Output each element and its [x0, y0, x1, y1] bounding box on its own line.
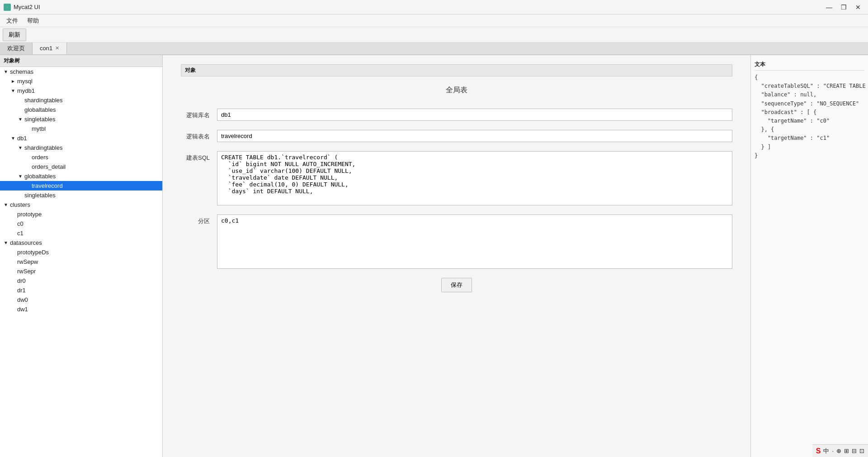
- tab-con1-label: con1: [40, 45, 52, 52]
- partition-textarea[interactable]: c0,c1: [217, 214, 732, 269]
- create-sql-label: 建表SQL: [181, 151, 217, 162]
- tab-welcome[interactable]: 欢迎页: [0, 43, 33, 54]
- tree-item-rwSepw[interactable]: rwSepw: [0, 257, 162, 267]
- tree-label-dr0: dr0: [17, 277, 26, 284]
- taskbar: S 中 · ⊕ ⊞ ⊟ ⊡: [812, 444, 868, 457]
- tree-item-shardingtables-mydb1[interactable]: shardingtables: [0, 95, 162, 105]
- tree-item-dw0[interactable]: dw0: [0, 295, 162, 305]
- tree-item-globaltables-db1[interactable]: ▼ globaltables: [0, 171, 162, 181]
- tree-item-globaltables-mydb1[interactable]: globaltables: [0, 105, 162, 114]
- taskbar-icon2[interactable]: ⊞: [844, 447, 849, 454]
- tree-label-db1: db1: [17, 135, 27, 142]
- partition-label: 分区: [181, 214, 217, 225]
- tree-item-dr1[interactable]: dr1: [0, 286, 162, 295]
- tree-item-shardingtables-db1[interactable]: ▼ shardingtables: [0, 143, 162, 152]
- sidebar-header: 对象树: [0, 55, 162, 67]
- tree-item-prototype[interactable]: prototype: [0, 209, 162, 219]
- menu-bar: 文件 帮助: [0, 14, 868, 27]
- tree-label-c1: c1: [17, 230, 24, 237]
- close-button[interactable]: ✕: [852, 1, 864, 14]
- tab-bar: 欢迎页 con1 ✕: [0, 43, 868, 55]
- tree-arrow-mysql: ►: [11, 79, 15, 84]
- center-panel-header: 对象: [181, 64, 732, 76]
- tree-arrow-globaltables-db1: ▼: [18, 174, 23, 179]
- tree-label-schemas: schemas: [10, 68, 33, 75]
- tree-label-mydb1: mydb1: [17, 87, 35, 94]
- right-panel-header: 文本: [755, 59, 864, 71]
- table-name-row: 逻辑表名: [181, 130, 732, 142]
- tree-label-singletables-mydb1: singletables: [24, 116, 56, 123]
- menu-file[interactable]: 文件: [2, 14, 23, 27]
- create-sql-row: 建表SQL CREATE TABLE db1.`travelrecord` ( …: [181, 151, 732, 205]
- taskbar-icon3[interactable]: ⊟: [852, 447, 857, 454]
- tree-item-clusters[interactable]: ▼ clusters: [0, 200, 162, 209]
- tree-item-mydb1[interactable]: ▼ mydb1: [0, 86, 162, 95]
- tree-label-datasources: datasources: [10, 239, 42, 246]
- tree-item-db1[interactable]: ▼ db1: [0, 133, 162, 143]
- tree-label-globaltables-db1: globaltables: [24, 173, 56, 180]
- tree-arrow-datasources: ▼: [4, 240, 8, 245]
- tree-label-prototype: prototype: [17, 211, 42, 218]
- tree-item-singletables-db1[interactable]: singletables: [0, 190, 162, 200]
- table-name-input[interactable]: [217, 130, 732, 142]
- tree-item-c1[interactable]: c1: [0, 228, 162, 238]
- tree-item-mysql[interactable]: ► mysql: [0, 76, 162, 86]
- tree-item-schemas[interactable]: ▼ schemas: [0, 67, 162, 76]
- taskbar-s: S: [816, 447, 821, 455]
- tab-con1[interactable]: con1 ✕: [33, 43, 67, 54]
- tree-arrow-clusters: ▼: [4, 202, 8, 207]
- tree-item-rwSepr[interactable]: rwSepr: [0, 267, 162, 276]
- taskbar-icon1[interactable]: ⊕: [836, 447, 841, 454]
- toolbar: 刷新: [0, 27, 868, 43]
- app-title: Mycat2 UI: [14, 4, 40, 10]
- tree-item-dw1[interactable]: dw1: [0, 305, 162, 314]
- tree-label-dw0: dw0: [17, 296, 28, 303]
- tree-label-travelrecord: travelrecord: [32, 182, 63, 189]
- maximize-button[interactable]: ❐: [837, 1, 850, 14]
- title-bar-left: Mycat2 UI: [4, 4, 40, 11]
- taskbar-icon4[interactable]: ⊡: [859, 447, 864, 454]
- tree-item-c0[interactable]: c0: [0, 219, 162, 228]
- db-name-input[interactable]: [217, 109, 732, 121]
- tree-arrow-shardingtables-db1: ▼: [18, 145, 23, 150]
- table-name-label: 逻辑表名: [181, 130, 217, 141]
- tree-item-datasources[interactable]: ▼ datasources: [0, 238, 162, 248]
- tree-label-rwSepw: rwSepw: [17, 258, 38, 265]
- tab-con1-close[interactable]: ✕: [55, 45, 59, 51]
- refresh-button[interactable]: 刷新: [3, 29, 26, 41]
- tree-item-orders_detail[interactable]: orders_detail: [0, 162, 162, 171]
- taskbar-dot: ·: [832, 447, 834, 454]
- tree-label-globaltables-mydb1: globaltables: [24, 106, 56, 113]
- tree-label-clusters: clusters: [10, 201, 30, 208]
- tree-label-orders: orders: [32, 154, 48, 161]
- title-bar-controls: — ❐ ✕: [823, 1, 864, 14]
- tree-arrow-singletables-mydb1: ▼: [18, 117, 23, 122]
- tab-welcome-label: 欢迎页: [7, 44, 25, 52]
- tree-item-prototypeDs[interactable]: prototypeDs: [0, 248, 162, 257]
- tree-label-singletables-db1: singletables: [24, 192, 56, 199]
- tree-arrow-schemas: ▼: [4, 69, 8, 74]
- tree-item-mytbl[interactable]: mytbl: [0, 124, 162, 133]
- tree-item-dr0[interactable]: dr0: [0, 276, 162, 286]
- app-icon: [4, 4, 11, 11]
- sidebar: 对象树 ▼ schemas► mysql▼ mydb1shardingtable…: [0, 55, 163, 457]
- json-content: { "createTableSQL" : "CREATE TABLE "bala…: [755, 73, 864, 160]
- save-button[interactable]: 保存: [441, 278, 472, 292]
- partition-row: 分区 c0,c1: [181, 214, 732, 269]
- tree-label-shardingtables-db1: shardingtables: [24, 144, 63, 151]
- main-layout: 对象树 ▼ schemas► mysql▼ mydb1shardingtable…: [0, 55, 868, 457]
- create-sql-textarea[interactable]: CREATE TABLE db1.`travelrecord` ( `id` b…: [217, 151, 732, 205]
- tree-label-shardingtables-mydb1: shardingtables: [24, 97, 63, 104]
- tree-item-travelrecord[interactable]: travelrecord: [0, 181, 162, 190]
- tree-label-rwSepr: rwSepr: [17, 268, 36, 275]
- minimize-button[interactable]: —: [823, 1, 835, 14]
- tree-label-prototypeDs: prototypeDs: [17, 249, 49, 256]
- menu-help[interactable]: 帮助: [23, 14, 43, 27]
- title-bar: Mycat2 UI — ❐ ✕: [0, 0, 868, 14]
- tree-item-orders[interactable]: orders: [0, 152, 162, 162]
- tree-item-singletables-mydb1[interactable]: ▼ singletables: [0, 114, 162, 124]
- tree-container: ▼ schemas► mysql▼ mydb1shardingtablesglo…: [0, 67, 162, 314]
- taskbar-lang[interactable]: 中: [823, 447, 829, 455]
- tree-label-c0: c0: [17, 220, 24, 227]
- tree-label-mytbl: mytbl: [32, 125, 46, 132]
